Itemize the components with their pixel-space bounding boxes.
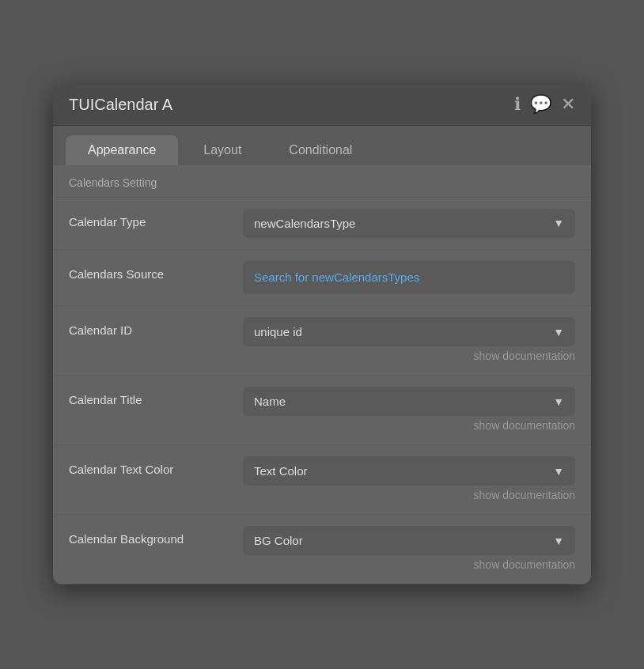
control-calendar-title: Name ▼ show documentation — [243, 387, 575, 433]
label-calendar-title: Calendar Title — [69, 387, 243, 406]
show-doc-calendar-background[interactable]: show documentation — [243, 555, 575, 573]
dropdown-calendar-type[interactable]: newCalendarsType ▼ — [243, 209, 575, 238]
dropdown-value: Text Color — [254, 464, 308, 478]
control-calendar-type: newCalendarsType ▼ — [243, 209, 575, 238]
dropdown-calendar-text-color[interactable]: Text Color ▼ — [243, 456, 575, 486]
source-link[interactable]: Search for newCalendarsTypes — [254, 266, 419, 289]
dropdown-value: unique id — [254, 325, 302, 338]
label-calendar-text-color: Calendar Text Color — [69, 456, 243, 476]
section-header: Calendars Setting — [53, 165, 591, 198]
info-icon[interactable]: ℹ — [514, 96, 521, 113]
show-doc-calendar-text-color[interactable]: show documentation — [243, 486, 575, 503]
show-doc-calendar-title[interactable]: show documentation — [243, 416, 575, 433]
field-calendar-text-color: Calendar Text Color Text Color ▼ show do… — [53, 445, 591, 515]
dropdown-calendar-background[interactable]: BG Color ▼ — [243, 526, 575, 555]
field-calendar-type: Calendar Type newCalendarsType ▼ — [53, 198, 591, 250]
dropdown-value: newCalendarsType — [254, 217, 355, 230]
show-doc-calendar-id[interactable]: show documentation — [243, 346, 575, 364]
content-area: Calendars Setting Calendar Type newCalen… — [53, 165, 591, 585]
tab-layout[interactable]: Layout — [181, 135, 263, 165]
control-calendars-source: Search for newCalendarsTypes — [243, 261, 575, 295]
source-box: Search for newCalendarsTypes — [243, 261, 575, 295]
chevron-down-icon: ▼ — [553, 217, 564, 229]
field-calendar-id: Calendar ID unique id ▼ show documentati… — [53, 306, 591, 376]
control-calendar-text-color: Text Color ▼ show documentation — [243, 456, 575, 503]
field-calendar-title: Calendar Title Name ▼ show documentation — [53, 376, 591, 445]
dropdown-value: BG Color — [254, 534, 303, 547]
dropdown-value: Name — [254, 395, 286, 408]
dropdown-calendar-id[interactable]: unique id ▼ — [243, 317, 575, 346]
label-calendar-type: Calendar Type — [69, 209, 243, 229]
window: TUICalendar A ℹ 💬 ✕ Appearance Layout Co… — [53, 85, 591, 585]
chevron-down-icon: ▼ — [553, 395, 564, 408]
label-calendar-id: Calendar ID — [69, 317, 243, 337]
control-calendar-background: BG Color ▼ show documentation — [243, 526, 575, 573]
tab-bar: Appearance Layout Conditional — [53, 126, 591, 165]
title-icons: ℹ 💬 ✕ — [514, 96, 575, 113]
tab-appearance[interactable]: Appearance — [66, 135, 178, 165]
comment-icon[interactable]: 💬 — [530, 96, 551, 113]
field-calendar-background: Calendar Background BG Color ▼ show docu… — [53, 515, 591, 584]
tab-conditional[interactable]: Conditional — [267, 135, 374, 165]
control-calendar-id: unique id ▼ show documentation — [243, 317, 575, 364]
dropdown-calendar-title[interactable]: Name ▼ — [243, 387, 575, 416]
close-icon[interactable]: ✕ — [561, 96, 575, 113]
chevron-down-icon: ▼ — [553, 535, 564, 547]
window-title: TUICalendar A — [69, 96, 172, 114]
label-calendars-source: Calendars Source — [69, 261, 243, 281]
title-bar: TUICalendar A ℹ 💬 ✕ — [53, 85, 591, 126]
label-calendar-background: Calendar Background — [69, 526, 243, 546]
field-calendars-source: Calendars Source Search for newCalendars… — [53, 250, 591, 307]
chevron-down-icon: ▼ — [553, 465, 564, 478]
chevron-down-icon: ▼ — [553, 326, 564, 338]
